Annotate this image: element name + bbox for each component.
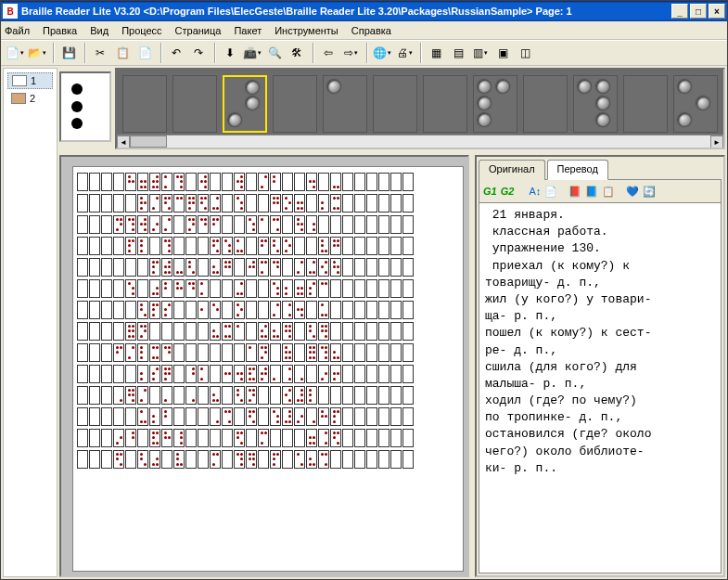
export-blue-button[interactable]: 📘	[585, 186, 598, 198]
braille-cell[interactable]	[77, 429, 88, 447]
braille-cell[interactable]	[222, 194, 233, 213]
braille-cell[interactable]	[113, 450, 124, 469]
braille-cell[interactable]	[354, 237, 365, 255]
braille-cell[interactable]	[77, 301, 88, 319]
braille-cell[interactable]	[137, 429, 148, 447]
braille-cell[interactable]	[366, 301, 377, 319]
braille-cell[interactable]	[366, 365, 377, 383]
braille-cell[interactable]	[354, 322, 365, 341]
braille-cell[interactable]	[366, 279, 377, 298]
braille-cell[interactable]	[270, 194, 281, 213]
braille-cell[interactable]	[222, 173, 233, 191]
braille-cell[interactable]	[282, 343, 293, 362]
braille-cell[interactable]	[342, 301, 353, 319]
new-button[interactable]: 📄▾	[5, 43, 25, 63]
braille-cell[interactable]	[330, 429, 341, 447]
grade1-button[interactable]: G1	[483, 186, 497, 197]
braille-cell[interactable]	[185, 194, 197, 213]
braille-cell[interactable]	[378, 194, 390, 213]
braille-cell[interactable]	[246, 450, 257, 469]
braille-cell[interactable]	[173, 386, 185, 405]
braille-cell[interactable]	[198, 237, 209, 255]
braille-cell[interactable]	[330, 322, 341, 341]
braille-cell[interactable]	[318, 386, 329, 405]
braille-cell[interactable]	[330, 301, 341, 319]
undo-button[interactable]: ↶	[166, 43, 186, 63]
braille-cell[interactable]	[125, 194, 136, 213]
braille-cell[interactable]	[270, 365, 281, 383]
scroll-right-icon[interactable]: ►	[710, 135, 723, 148]
braille-cell[interactable]	[246, 322, 257, 341]
braille-cell[interactable]	[342, 322, 353, 341]
braille-cell[interactable]	[77, 173, 88, 191]
braille-cell[interactable]	[402, 279, 414, 298]
braille-cell[interactable]	[402, 343, 414, 362]
braille-cell[interactable]	[246, 258, 257, 277]
braille-cell[interactable]	[198, 450, 209, 469]
font-button[interactable]: A↕	[529, 186, 541, 197]
braille-cell[interactable]	[366, 173, 377, 191]
braille-cell[interactable]	[137, 365, 148, 383]
braille-cell[interactable]	[210, 215, 221, 234]
braille-cell[interactable]	[185, 407, 197, 426]
braille-cell[interactable]	[306, 343, 317, 362]
braille-cell[interactable]	[173, 407, 185, 426]
braille-cell[interactable]	[185, 365, 197, 383]
braille-cell[interactable]	[402, 173, 414, 191]
braille-cell[interactable]	[366, 343, 377, 362]
strip-cell[interactable]	[373, 75, 417, 133]
braille-cell[interactable]	[101, 173, 112, 191]
braille-cell[interactable]	[402, 301, 414, 319]
braille-cell[interactable]	[354, 279, 365, 298]
braille-cell[interactable]	[318, 258, 329, 277]
braille-cell[interactable]	[137, 407, 148, 426]
braille-cell[interactable]	[185, 386, 197, 405]
braille-cell[interactable]	[210, 194, 221, 213]
braille-cell[interactable]	[101, 429, 112, 447]
braille-cell[interactable]	[185, 237, 197, 255]
braille-cell[interactable]	[185, 301, 197, 319]
braille-cell[interactable]	[125, 215, 136, 234]
braille-cell[interactable]	[306, 386, 317, 405]
braille-cell[interactable]	[330, 279, 341, 298]
braille-cell[interactable]	[294, 194, 305, 213]
braille-cell[interactable]	[210, 322, 221, 341]
braille-cell[interactable]	[402, 237, 414, 255]
braille-cell[interactable]	[137, 343, 148, 362]
braille-cell[interactable]	[318, 301, 329, 319]
braille-cell[interactable]	[390, 322, 402, 341]
braille-cell[interactable]	[330, 386, 341, 405]
braille-cell[interactable]	[198, 322, 209, 341]
braille-cell[interactable]	[185, 279, 197, 298]
braille-cell[interactable]	[318, 215, 329, 234]
braille-cell[interactable]	[101, 450, 112, 469]
braille-cell[interactable]	[366, 215, 377, 234]
layout1-button[interactable]: ▦	[426, 43, 446, 63]
braille-cell[interactable]	[77, 194, 88, 213]
braille-cell[interactable]	[270, 450, 281, 469]
braille-cell[interactable]	[306, 215, 317, 234]
menu-инструменты[interactable]: Инструменты	[275, 25, 338, 36]
braille-cell[interactable]	[89, 173, 100, 191]
braille-cell[interactable]	[378, 365, 390, 383]
braille-cell[interactable]	[282, 173, 293, 191]
braille-cell[interactable]	[198, 215, 209, 234]
braille-cell[interactable]	[185, 429, 197, 447]
braille-cell[interactable]	[282, 407, 293, 426]
save-button[interactable]: 💾	[58, 43, 79, 63]
open-button[interactable]: 📂▾	[27, 43, 47, 63]
braille-strip[interactable]: ◄ ►	[115, 68, 725, 149]
braille-cell[interactable]	[306, 429, 317, 447]
braille-cell[interactable]	[378, 429, 390, 447]
braille-cell[interactable]	[125, 301, 136, 319]
braille-cell[interactable]	[342, 386, 353, 405]
braille-cell[interactable]	[234, 343, 245, 362]
strip-cell[interactable]	[523, 75, 568, 133]
braille-cell[interactable]	[270, 429, 281, 447]
braille-cell[interactable]	[294, 343, 305, 362]
menu-правка[interactable]: Правка	[43, 25, 77, 36]
braille-cell[interactable]	[378, 343, 390, 362]
braille-cell[interactable]	[113, 258, 124, 277]
braille-cell[interactable]	[149, 365, 160, 383]
braille-cell[interactable]	[294, 322, 305, 341]
